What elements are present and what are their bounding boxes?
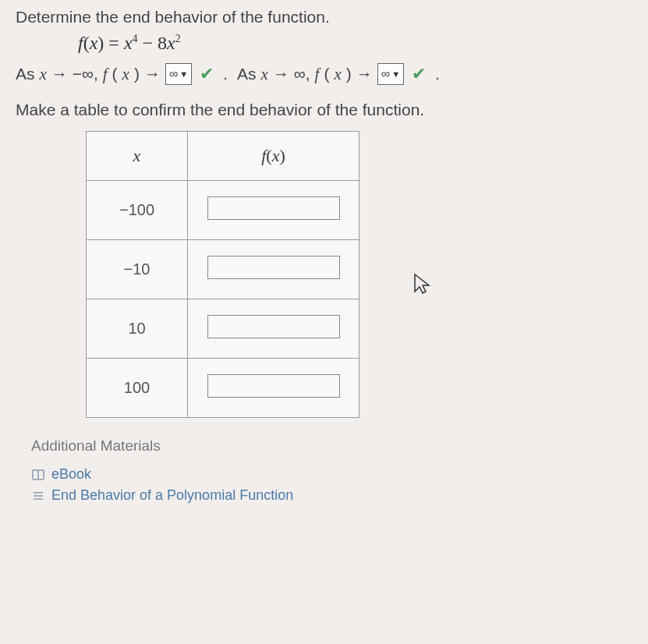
fx-x-2: x xyxy=(334,65,341,84)
th-x: x xyxy=(272,146,280,165)
table-row: 100 xyxy=(87,359,359,418)
arrow-neg-inf: → −∞, xyxy=(51,65,98,83)
ebook-link[interactable]: eBook xyxy=(31,466,632,483)
x-var-2: x xyxy=(261,65,268,84)
period-2: . xyxy=(435,65,440,83)
chevron-down-icon: ▼ xyxy=(391,69,400,79)
function-equation: f(x) = x4 − 8x2 xyxy=(78,33,632,54)
list-icon xyxy=(31,489,45,503)
fx-open-1: ( xyxy=(112,65,118,83)
select-value-2: ∞ xyxy=(381,67,390,81)
approaches-2: → xyxy=(356,65,373,83)
cell-fx-1 xyxy=(188,240,359,299)
arrow-pos-inf: → ∞, xyxy=(273,65,310,83)
additional-materials-heading: Additional Materials xyxy=(31,437,632,455)
x-var-1: x xyxy=(40,65,47,84)
cell-x-2: 10 xyxy=(87,299,188,359)
table-row: 10 xyxy=(87,299,359,359)
th-open: ( xyxy=(266,146,271,165)
book-icon xyxy=(31,468,45,482)
end-behavior-label: End Behavior of a Polynomial Function xyxy=(51,487,293,504)
fx-f-1: f xyxy=(103,65,108,84)
th-close: ) xyxy=(279,146,285,165)
ebook-label: eBook xyxy=(51,466,91,483)
cell-fx-0 xyxy=(188,181,359,240)
as-text-2: As xyxy=(237,65,257,83)
values-table: x f(x) −100 −10 10 100 xyxy=(86,131,359,418)
links-section: eBook End Behavior of a Polynomial Funct… xyxy=(31,466,632,504)
instruction-table: Make a table to confirm the end behavior… xyxy=(16,101,632,119)
eq-x: x xyxy=(90,33,98,53)
eq-x2-exp: 2 xyxy=(175,33,181,44)
fx-f-2: f xyxy=(315,65,320,84)
answer-input-1[interactable] xyxy=(207,256,340,279)
eq-equals: = xyxy=(104,33,124,53)
eq-open: ( xyxy=(83,33,90,53)
cell-fx-2 xyxy=(188,299,359,359)
fx-close-2: ) xyxy=(346,65,352,83)
period-1: . xyxy=(223,65,228,83)
eq-minus: − 8 xyxy=(138,33,168,53)
chevron-down-icon: ▼ xyxy=(179,69,188,79)
answer-input-3[interactable] xyxy=(207,374,340,398)
cell-x-3: 100 xyxy=(87,359,188,418)
fx-open-2: ( xyxy=(324,65,329,83)
fx-close-1: ) xyxy=(134,65,140,83)
answer-input-0[interactable] xyxy=(207,196,340,220)
approaches-1: → xyxy=(144,65,161,83)
fx-x-1: x xyxy=(122,65,129,84)
cell-fx-3 xyxy=(188,359,359,418)
select-neg-inf-behavior[interactable]: ∞ ▼ xyxy=(165,63,192,85)
table-header-x: x xyxy=(87,132,188,181)
select-pos-inf-behavior[interactable]: ∞ ▼ xyxy=(377,63,404,85)
table-header-fx: f(x) xyxy=(188,132,359,181)
behavior-statement: As x → −∞, f(x) → ∞ ▼ ✔ . As x → ∞, f(x)… xyxy=(16,63,632,85)
table-row: −10 xyxy=(87,240,359,299)
cell-x-1: −10 xyxy=(87,240,188,299)
cursor-icon xyxy=(413,273,434,302)
answer-input-2[interactable] xyxy=(207,315,340,338)
checkmark-icon: ✔ xyxy=(200,64,214,84)
eq-f: f xyxy=(78,33,83,53)
cell-x-0: −100 xyxy=(87,181,188,240)
eq-x4-base: x xyxy=(124,33,133,53)
checkmark-icon: ✔ xyxy=(412,64,426,84)
as-text-1: As xyxy=(16,65,35,83)
table-row: −100 xyxy=(87,181,359,240)
end-behavior-link[interactable]: End Behavior of a Polynomial Function xyxy=(31,487,632,504)
select-value-1: ∞ xyxy=(169,67,178,81)
eq-x2-base: x xyxy=(167,33,175,53)
instruction-end-behavior: Determine the end behavior of the functi… xyxy=(16,8,632,27)
eq-x4-exp: 4 xyxy=(133,33,138,44)
